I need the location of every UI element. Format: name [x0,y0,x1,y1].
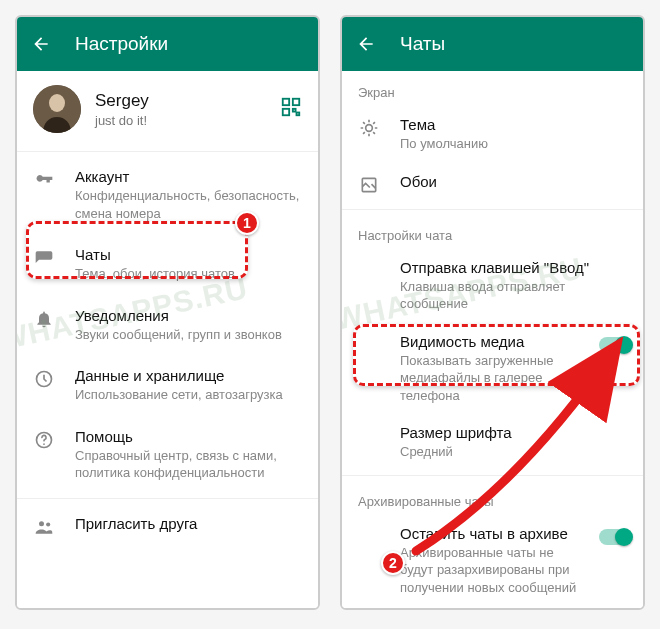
data-icon [33,367,55,389]
chat-icon [33,246,55,268]
appbar-title: Чаты [400,33,445,55]
help-icon [33,428,55,450]
settings-item-storage[interactable]: Данные и хранилище Использование сети, а… [17,355,318,416]
svg-rect-6 [297,113,300,116]
svg-point-12 [366,125,373,132]
settings-item-account[interactable]: Аккаунт Конфиденциальность, безопасность… [17,156,318,234]
item-title: Тема [400,116,627,133]
appbar: Настройки [17,17,318,71]
item-sub: Клавиша ввода отправляет сообщение [400,278,631,313]
item-title: Обои [400,173,627,190]
profile-status: just do it! [95,113,266,128]
item-sub: Тема, обои, история чатов [75,265,302,283]
wallpaper-icon [358,173,380,195]
section-chat: Настройки чата [342,214,643,249]
item-sub: Архивированные чаты не будут разархивиро… [400,544,579,597]
item-sub: По умолчанию [400,135,627,153]
settings-screen: Настройки Sergey just do it! Аккаунт Кон… [15,15,320,610]
settings-item-chats[interactable]: Чаты Тема, обои, история чатов [17,234,318,295]
item-sub: Средний [400,443,627,461]
svg-rect-2 [283,99,289,105]
profile-name: Sergey [95,91,266,111]
item-sub: Показывать загруженные медиафайлы в гале… [400,352,579,405]
item-sub: Справочный центр, связь с нами, политика… [75,447,302,482]
appbar: Чаты [342,17,643,71]
item-title: Чаты [75,246,302,263]
settings-item-help[interactable]: Помощь Справочный центр, связь с нами, п… [17,416,318,494]
settings-item-notifications[interactable]: Уведомления Звуки сообщений, групп и зво… [17,295,318,356]
settings-item-invite[interactable]: Пригласить друга [17,503,318,549]
item-title: Видимость медиа [400,333,579,350]
item-title: Уведомления [75,307,302,324]
theme-row[interactable]: Тема По умолчанию [342,106,643,163]
item-title: Размер шрифта [400,424,627,441]
enter-send-row[interactable]: Отправка клавишей "Ввод" Клавиша ввода о… [342,249,643,323]
appbar-title: Настройки [75,33,168,55]
item-sub: Использование сети, автозагрузка [75,386,302,404]
annotation-badge-1: 1 [235,211,259,235]
section-screen: Экран [342,71,643,106]
font-size-row[interactable]: Размер шрифта Средний [342,414,643,471]
item-sub: Конфиденциальность, безопасность, смена … [75,187,302,222]
item-title: Аккаунт [75,168,302,185]
item-title: Оставить чаты в архиве [400,525,579,542]
keep-archived-switch[interactable] [599,529,631,545]
avatar [33,85,81,133]
media-visibility-row[interactable]: Видимость медиа Показывать загруженные м… [342,323,643,415]
section-archived: Архивированные чаты [342,480,643,515]
item-title: Пригласить друга [75,515,302,532]
svg-point-10 [39,521,44,526]
svg-point-11 [46,522,50,526]
item-title: Данные и хранилище [75,367,302,384]
back-icon[interactable] [356,34,376,54]
bell-icon [33,307,55,329]
chats-settings-screen: Чаты Экран Тема По умолчанию Обои Настро… [340,15,645,610]
svg-point-9 [43,443,45,445]
item-title: Помощь [75,428,302,445]
key-icon [33,168,55,190]
profile-row[interactable]: Sergey just do it! [17,71,318,147]
svg-rect-4 [283,109,289,115]
back-icon[interactable] [31,34,51,54]
wallpaper-row[interactable]: Обои [342,163,643,205]
annotation-badge-2: 2 [381,551,405,575]
people-icon [33,515,55,537]
item-title: Отправка клавишей "Ввод" [400,259,631,276]
item-sub: Звуки сообщений, групп и звонков [75,326,302,344]
qr-icon[interactable] [280,96,302,122]
svg-rect-5 [293,109,296,112]
svg-rect-3 [293,99,299,105]
brightness-icon [358,116,380,138]
media-visibility-switch[interactable] [599,337,631,353]
svg-point-1 [49,94,65,112]
